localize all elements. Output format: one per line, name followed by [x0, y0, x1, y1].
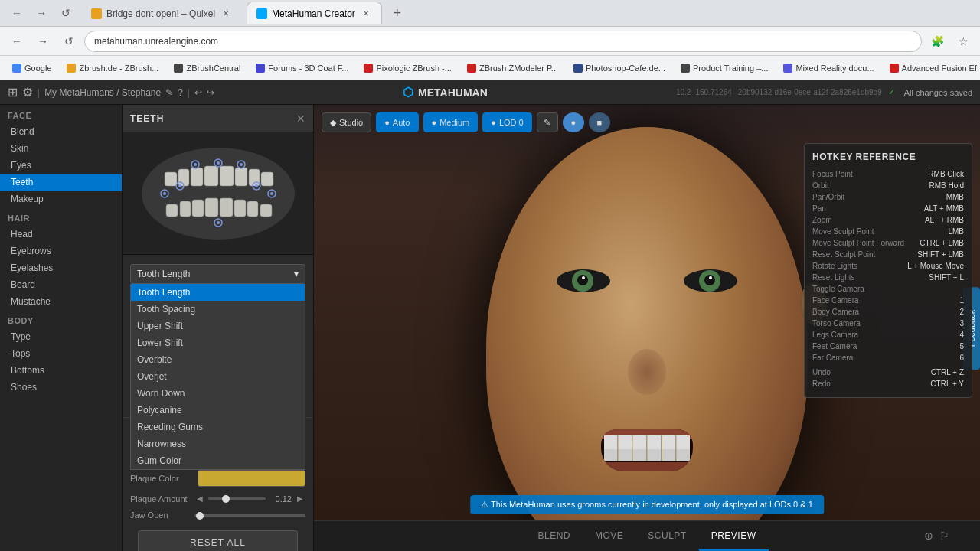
back-button[interactable]: ← [6, 2, 28, 24]
hotkey-far-camera: Far Camera6 [812, 352, 964, 364]
browser-tab-quixel[interactable]: Bridge dont open! – Quixel ✕ [81, 2, 242, 24]
property-dropdown[interactable]: Tooth Length ▾ [130, 264, 305, 284]
svg-rect-9 [180, 201, 191, 217]
edit-icon[interactable]: ✎ [165, 87, 173, 98]
hotkey-body-camera: Body Camera2 [812, 306, 964, 318]
jaw-open-track[interactable] [194, 514, 305, 517]
bookmark-google[interactable]: Google [6, 62, 57, 74]
dropdown-option-overjet[interactable]: Overjet [131, 368, 305, 385]
hotkey-redo: RedoCTRL + Y [812, 378, 964, 390]
sidebar-item-teeth[interactable]: Teeth [0, 174, 122, 191]
reset-all-button[interactable]: RESET ALL [138, 530, 298, 551]
browser-tab-metahuman[interactable]: MetaHuman Creator ✕ [247, 2, 382, 24]
sidebar-item-eyebrows[interactable]: Eyebrows [0, 243, 122, 259]
extensions-button[interactable]: 🧩 [926, 31, 948, 52]
panel-controls: Tooth Length ▾ Tooth Length Tooth Spacin… [122, 255, 313, 551]
plaque-color-row: Plaque Color [122, 467, 313, 490]
sidebar-item-mustache[interactable]: Mustache [0, 293, 122, 310]
topbar-right: 10.2 -160.71264 20b90132-d16e-0ece-a12f-… [676, 87, 972, 97]
redo-button[interactable]: ↪ [207, 87, 214, 98]
tab-move[interactable]: MOVE [583, 521, 635, 551]
bookmark-button[interactable]: ☆ [952, 31, 974, 52]
bottom-icon-1[interactable]: ⊕ [924, 530, 933, 542]
bookmark-product[interactable]: Product Training –... [675, 62, 774, 74]
property-dropdown-container: Tooth Length ▾ Tooth Length Tooth Spacin… [130, 264, 305, 284]
viewport: ◆ Studio ● Auto ● Medium ● LOD 0 ✎ ● ■ [314, 105, 980, 551]
sidebar-item-eyes[interactable]: Eyes [0, 157, 122, 174]
sidebar-item-beard[interactable]: Beard [0, 276, 122, 293]
dropdown-option-receding-gums[interactable]: Receding Gums [131, 419, 305, 435]
dropdown-option-upper-shift[interactable]: Upper Shift [131, 318, 305, 334]
tab-sculpt[interactable]: SCULPT [635, 521, 698, 551]
nav-reload[interactable]: ↺ [58, 31, 80, 52]
bookmark-zbrush[interactable]: Zbrush.de - ZBrush... [60, 62, 165, 74]
jaw-open-thumb[interactable] [196, 512, 204, 520]
svg-rect-15 [166, 204, 178, 217]
svg-rect-16 [260, 204, 272, 217]
svg-rect-10 [192, 200, 204, 217]
mouth [601, 429, 693, 471]
tab-close-quixel[interactable]: ✕ [220, 8, 232, 20]
bookmark-fusion[interactable]: Advanced Fusion Ef... [884, 62, 980, 74]
sidebar-item-blend[interactable]: Blend [0, 123, 122, 140]
url-input[interactable] [84, 31, 922, 52]
plaque-color-swatch[interactable] [198, 470, 305, 487]
sidebar-item-eyelashes[interactable]: Eyelashes [0, 259, 122, 276]
plaque-amount-thumb[interactable] [222, 495, 230, 503]
medium-button[interactable]: ● Medium [423, 112, 479, 132]
dropdown-option-narrowness[interactable]: Narrowness [131, 435, 305, 452]
sidebar-item-shoes[interactable]: Shoes [0, 379, 122, 396]
edit-mode-button[interactable]: ✎ [537, 112, 558, 132]
nav-back[interactable]: ← [6, 31, 28, 52]
tab-blend[interactable]: BLEND [525, 521, 583, 551]
app-icon: ⊞ [8, 85, 18, 99]
tab-close-metahuman[interactable]: ✕ [360, 8, 372, 20]
nav-forward[interactable]: → [32, 31, 54, 52]
forward-button[interactable]: → [31, 2, 52, 24]
sidebar-item-tops[interactable]: Tops [0, 345, 122, 362]
bookmark-3dcoat[interactable]: Forums - 3D Coat F... [250, 62, 354, 74]
plaque-amount-right-arrow[interactable]: ▶ [295, 493, 305, 504]
lod-button[interactable]: ● LOD 0 [482, 112, 531, 132]
tab-add-button[interactable]: + [387, 2, 408, 24]
bookmark-mixedreality[interactable]: Mixed Reality docu... [777, 62, 880, 74]
sidebar-item-head[interactable]: Head [0, 226, 122, 243]
sidebar-item-skin[interactable]: Skin [0, 140, 122, 157]
plaque-amount-left-arrow[interactable]: ◀ [194, 493, 205, 504]
hotkey-pan: PanALT + MMB [812, 203, 964, 214]
dropdown-option-overbite[interactable]: Overbite [131, 351, 305, 368]
dropdown-option-tooth-length[interactable]: Tooth Length [131, 284, 305, 301]
bookmark-photoshop[interactable]: Photoshop-Cafe.de... [567, 62, 671, 74]
view-mode-button-2[interactable]: ■ [589, 112, 610, 132]
reload-button[interactable]: ↺ [55, 2, 77, 24]
auto-button[interactable]: ● Auto [376, 112, 418, 132]
bottom-icon-2[interactable]: ⚐ [939, 530, 949, 542]
tab-preview[interactable]: PREVIEW [699, 521, 769, 551]
sidebar-item-makeup[interactable]: Makeup [0, 191, 122, 207]
dropdown-option-gum-color[interactable]: Gum Color [131, 452, 305, 469]
sidebar-item-bottoms[interactable]: Bottoms [0, 362, 122, 379]
svg-point-20 [178, 184, 181, 187]
info-icon[interactable]: ? [178, 87, 183, 98]
dropdown-option-polycanine[interactable]: Polycanine [131, 402, 305, 419]
hotkey-orbit: OrbitRMB Hold [812, 180, 964, 191]
bookmark-zbrushcentral[interactable]: ZBrushCentral [168, 62, 247, 74]
plaque-amount-track[interactable] [208, 497, 266, 500]
dropdown-option-worn-down[interactable]: Worn Down [131, 385, 305, 402]
teeth-upper [604, 435, 690, 449]
bookmark-zbrushzmodeler[interactable]: ZBrush ZModeler P... [461, 62, 564, 74]
left-sidebar: FACE Blend Skin Eyes Teeth Makeup HAIR H… [0, 105, 122, 551]
sidebar-item-type[interactable]: Type [0, 328, 122, 345]
browser-controls[interactable]: ← → ↺ [6, 2, 77, 24]
dropdown-option-tooth-spacing[interactable]: Tooth Spacing [131, 301, 305, 318]
studio-button[interactable]: ◆ Studio [322, 112, 371, 132]
plaque-amount-label: Plaque Amount [130, 494, 191, 504]
dropdown-option-lower-shift[interactable]: Lower Shift [131, 334, 305, 351]
tab-label-quixel: Bridge dont open! – Quixel [106, 8, 215, 19]
view-mode-button-1[interactable]: ● [563, 112, 584, 132]
panel-close-button[interactable]: ✕ [296, 112, 305, 125]
hotkey-face-camera: Face Camera1 [812, 295, 964, 306]
auto-icon: ● [384, 118, 390, 127]
undo-button[interactable]: ↩ [194, 87, 202, 98]
bookmark-pixologic[interactable]: Pixologic ZBrush -... [358, 62, 457, 74]
